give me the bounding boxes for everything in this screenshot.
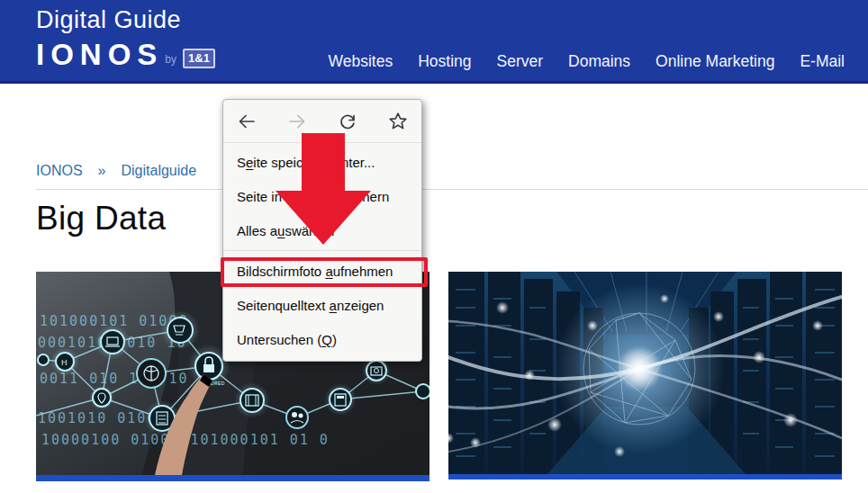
menu-item-view-page-source[interactable]: Seitenquelltext anzeigen <box>223 288 421 322</box>
main-nav: Websites Hosting Server Domains Online M… <box>329 52 845 71</box>
menu-separator <box>223 250 421 251</box>
bookmark-star-icon[interactable] <box>386 110 410 133</box>
context-menu: Seite speichern unter... Seite in Pocket… <box>222 99 422 362</box>
reload-icon[interactable] <box>336 110 359 133</box>
page-title: Big Data <box>36 200 166 238</box>
breadcrumb-ionos[interactable]: IONOS <box>36 163 83 179</box>
breadcrumb-digitalguide[interactable]: Digitalguide <box>121 163 196 179</box>
breadcrumb-separator: » <box>98 163 106 179</box>
nav-domains[interactable]: Domains <box>568 52 630 71</box>
breadcrumb-divider <box>36 189 868 190</box>
data-center-illustration <box>448 272 842 474</box>
back-icon[interactable] <box>235 110 258 133</box>
ionos-logo-by: by <box>165 53 176 66</box>
article-image-data-center <box>448 272 842 480</box>
forward-icon <box>285 110 309 133</box>
image-caption-bar <box>36 475 429 481</box>
ionos-logo-text: IONOS <box>36 40 163 69</box>
nav-online-marketing[interactable]: Online Marketing <box>656 52 774 71</box>
ionos-logo[interactable]: IONOS by 1&1 <box>36 40 215 69</box>
image-caption-bar <box>448 474 842 480</box>
context-menu-items: Seite speichern unter... Seite in Pocket… <box>223 143 421 356</box>
nav-server[interactable]: Server <box>497 52 544 71</box>
breadcrumb: IONOS » Digitalguide <box>36 163 196 179</box>
one-and-one-badge: 1&1 <box>183 49 215 68</box>
menu-item-save-page-as[interactable]: Seite speichern unter... <box>223 145 421 179</box>
menu-item-save-to-pocket[interactable]: Seite in Pocket speichern <box>223 179 421 213</box>
site-header: Digital Guide IONOS by 1&1 Websites Host… <box>0 0 868 84</box>
menu-item-take-screenshot[interactable]: Bildschirmfoto aufnehmen <box>223 254 421 288</box>
page: Digital Guide IONOS by 1&1 Websites Host… <box>0 0 868 493</box>
menu-item-inspect[interactable]: Untersuchen (Q) <box>223 322 421 356</box>
nav-email[interactable]: E-Mail <box>800 52 845 71</box>
nav-websites[interactable]: Websites <box>329 52 393 71</box>
context-menu-toolbar <box>223 100 421 143</box>
menu-item-select-all[interactable]: Alles auswählen <box>223 213 421 247</box>
svg-text:H: H <box>61 358 68 367</box>
digital-guide-title[interactable]: Digital Guide <box>36 6 181 34</box>
nav-hosting[interactable]: Hosting <box>418 52 471 71</box>
